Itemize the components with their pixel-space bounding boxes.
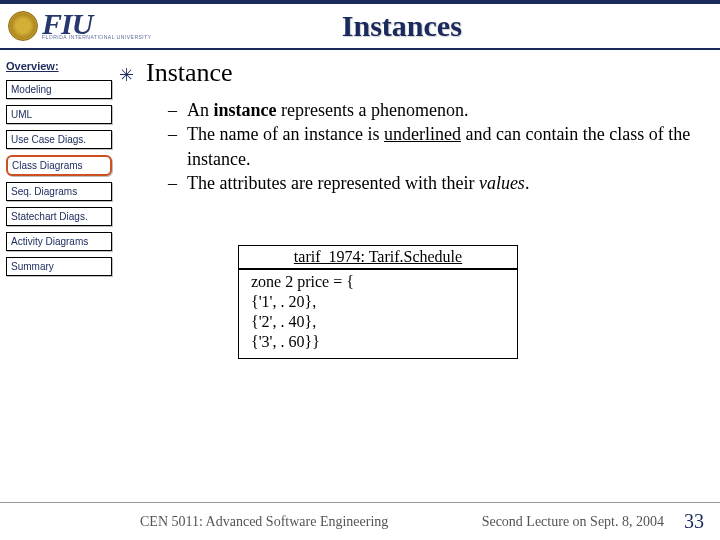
sidebar-item-use-case-diags[interactable]: Use Case Diags. — [6, 130, 112, 149]
bullet-icon: ✳ — [118, 64, 134, 86]
slide-title: Instances — [152, 9, 712, 43]
sidebar-heading: Overview: — [6, 60, 112, 72]
footer-lecture: Second Lecture on Sept. 8, 2004 — [388, 514, 684, 530]
logo-subtext: FLORIDA INTERNATIONAL UNIVERSITY — [42, 34, 152, 40]
uml-attr-line: {'3', . 60}} — [251, 332, 505, 352]
sublist: – An instance represents a phenomenon. –… — [168, 98, 700, 195]
sub-text-2: The name of an instance is underlined an… — [187, 122, 700, 171]
dash-icon: – — [168, 171, 177, 195]
sidebar-nav: ModelingUMLUse Case Diags.Class Diagrams… — [6, 80, 112, 276]
header: FIU FLORIDA INTERNATIONAL UNIVERSITY Ins… — [0, 4, 720, 50]
uml-attr-line: {'1', . 20}, — [251, 292, 505, 312]
sidebar-item-summary[interactable]: Summary — [6, 257, 112, 276]
logo-text: FIU — [42, 12, 152, 36]
uml-attr-line: zone 2 price = { — [251, 272, 505, 292]
footer: CEN 5011: Advanced Software Engineering … — [0, 502, 720, 540]
logo: FIU FLORIDA INTERNATIONAL UNIVERSITY — [8, 11, 152, 41]
sub-text-1: An instance represents a phenomenon. — [187, 98, 468, 122]
sidebar-item-modeling[interactable]: Modeling — [6, 80, 112, 99]
dash-icon: – — [168, 122, 177, 171]
slide-number: 33 — [684, 510, 704, 533]
university-seal-icon — [8, 11, 38, 41]
main-bullet: ✳ Instance — [118, 58, 700, 88]
body: Overview: ModelingUMLUse Case Diags.Clas… — [0, 50, 720, 500]
sub-text-3: The attributes are represented with thei… — [187, 171, 529, 195]
sidebar-item-uml[interactable]: UML — [6, 105, 112, 124]
uml-attr-line: {'2', . 40}, — [251, 312, 505, 332]
uml-instance-box: tarif_1974: Tarif.Schedule zone 2 price … — [238, 245, 518, 359]
sidebar-item-activity-diagrams[interactable]: Activity Diagrams — [6, 232, 112, 251]
dash-icon: – — [168, 98, 177, 122]
sidebar-item-statechart-diags[interactable]: Statechart Diags. — [6, 207, 112, 226]
sidebar-item-class-diagrams[interactable]: Class Diagrams — [6, 155, 112, 176]
sub-item-2: – The name of an instance is underlined … — [168, 122, 700, 171]
sidebar-item-seq-diagrams[interactable]: Seq. Diagrams — [6, 182, 112, 201]
sub-item-3: – The attributes are represented with th… — [168, 171, 700, 195]
content: ✳ Instance – An instance represents a ph… — [118, 50, 720, 500]
content-heading: Instance — [146, 58, 233, 88]
uml-instance-attrs: zone 2 price = { {'1', . 20}, {'2', . 40… — [238, 268, 518, 359]
sidebar: Overview: ModelingUMLUse Case Diags.Clas… — [0, 50, 118, 500]
uml-instance-name: tarif_1974: Tarif.Schedule — [238, 245, 518, 268]
footer-course: CEN 5011: Advanced Software Engineering — [140, 514, 388, 530]
sub-item-1: – An instance represents a phenomenon. — [168, 98, 700, 122]
